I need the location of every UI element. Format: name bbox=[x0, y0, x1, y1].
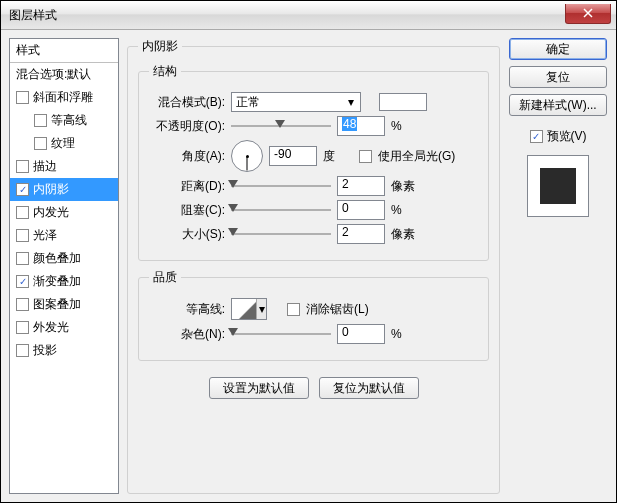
sidebar-item-label: 光泽 bbox=[33, 227, 57, 244]
sidebar-item-label: 内发光 bbox=[33, 204, 69, 221]
choke-label: 阻塞(C): bbox=[149, 202, 225, 219]
size-label: 大小(S): bbox=[149, 226, 225, 243]
choke-input[interactable]: 0 bbox=[337, 200, 385, 220]
style-checkbox[interactable] bbox=[16, 275, 29, 288]
sidebar-item-label: 外发光 bbox=[33, 319, 69, 336]
preview-box bbox=[527, 155, 589, 217]
reset-default-button[interactable]: 复位为默认值 bbox=[319, 377, 419, 399]
preview-checkbox[interactable] bbox=[530, 130, 543, 143]
global-light-label: 使用全局光(G) bbox=[378, 148, 455, 165]
preview-label: 预览(V) bbox=[547, 128, 587, 145]
style-checkbox[interactable] bbox=[16, 252, 29, 265]
opacity-slider[interactable] bbox=[231, 117, 331, 135]
opacity-label: 不透明度(O): bbox=[149, 118, 225, 135]
sidebar-item[interactable]: 纹理 bbox=[10, 132, 118, 155]
choke-slider[interactable] bbox=[231, 201, 331, 219]
sidebar-item[interactable]: 斜面和浮雕 bbox=[10, 86, 118, 109]
distance-input[interactable]: 2 bbox=[337, 176, 385, 196]
chevron-down-icon: ▾ bbox=[344, 95, 358, 109]
title-text: 图层样式 bbox=[9, 7, 565, 24]
sidebar-item-label: 斜面和浮雕 bbox=[33, 89, 93, 106]
noise-input[interactable]: 0 bbox=[337, 324, 385, 344]
style-checkbox[interactable] bbox=[16, 160, 29, 173]
sidebar-item-label: 渐变叠加 bbox=[33, 273, 81, 290]
distance-unit: 像素 bbox=[391, 178, 421, 195]
angle-wheel[interactable] bbox=[231, 140, 263, 172]
ok-button[interactable]: 确定 bbox=[509, 38, 607, 60]
styles-sidebar: 样式 混合选项:默认 斜面和浮雕等高线纹理描边内阴影内发光光泽颜色叠加渐变叠加图… bbox=[9, 38, 119, 494]
quality-legend: 品质 bbox=[149, 269, 181, 286]
layer-style-dialog: 图层样式 样式 混合选项:默认 斜面和浮雕等高线纹理描边内阴影内发光光泽颜色叠加… bbox=[0, 0, 617, 503]
opacity-input[interactable]: 48 bbox=[337, 116, 385, 136]
angle-unit: 度 bbox=[323, 148, 353, 165]
distance-slider[interactable] bbox=[231, 177, 331, 195]
cancel-button[interactable]: 复位 bbox=[509, 66, 607, 88]
angle-label: 角度(A): bbox=[149, 148, 225, 165]
sidebar-item[interactable]: 外发光 bbox=[10, 316, 118, 339]
noise-label: 杂色(N): bbox=[149, 326, 225, 343]
chevron-down-icon: ▾ bbox=[256, 299, 266, 319]
sidebar-item[interactable]: 内发光 bbox=[10, 201, 118, 224]
size-input[interactable]: 2 bbox=[337, 224, 385, 244]
close-icon bbox=[583, 8, 593, 18]
sidebar-item-label: 内阴影 bbox=[33, 181, 69, 198]
titlebar[interactable]: 图层样式 bbox=[1, 1, 616, 30]
style-checkbox[interactable] bbox=[34, 114, 47, 127]
opacity-unit: % bbox=[391, 119, 421, 133]
blend-mode-label: 混合模式(B): bbox=[149, 94, 225, 111]
blend-mode-combo[interactable]: 正常 ▾ bbox=[231, 92, 361, 112]
inner-shadow-group: 内阴影 结构 混合模式(B): 正常 ▾ 不透明度(O): bbox=[127, 38, 500, 494]
angle-input[interactable]: -90 bbox=[269, 146, 317, 166]
main-panel: 内阴影 结构 混合模式(B): 正常 ▾ 不透明度(O): bbox=[127, 38, 500, 494]
sidebar-item[interactable]: 颜色叠加 bbox=[10, 247, 118, 270]
set-default-button[interactable]: 设置为默认值 bbox=[209, 377, 309, 399]
global-light-checkbox[interactable] bbox=[359, 150, 372, 163]
style-checkbox[interactable] bbox=[16, 206, 29, 219]
style-checkbox[interactable] bbox=[16, 91, 29, 104]
style-checkbox[interactable] bbox=[34, 137, 47, 150]
style-checkbox[interactable] bbox=[16, 229, 29, 242]
structure-legend: 结构 bbox=[149, 63, 181, 80]
sidebar-item[interactable]: 渐变叠加 bbox=[10, 270, 118, 293]
panel-title: 内阴影 bbox=[138, 38, 182, 55]
sidebar-item-label: 投影 bbox=[33, 342, 57, 359]
contour-label: 等高线: bbox=[149, 301, 225, 318]
style-checkbox[interactable] bbox=[16, 344, 29, 357]
sidebar-item[interactable]: 投影 bbox=[10, 339, 118, 362]
antialias-checkbox[interactable] bbox=[287, 303, 300, 316]
choke-unit: % bbox=[391, 203, 421, 217]
size-unit: 像素 bbox=[391, 226, 421, 243]
sidebar-item[interactable]: 光泽 bbox=[10, 224, 118, 247]
style-checkbox[interactable] bbox=[16, 298, 29, 311]
antialias-label: 消除锯齿(L) bbox=[306, 301, 369, 318]
sidebar-header: 样式 bbox=[10, 39, 118, 63]
quality-group: 品质 等高线: ▾ 消除锯齿(L) 杂色(N): 0 bbox=[138, 269, 489, 361]
close-button[interactable] bbox=[565, 4, 611, 24]
noise-unit: % bbox=[391, 327, 421, 341]
color-swatch[interactable] bbox=[379, 93, 427, 111]
distance-label: 距离(D): bbox=[149, 178, 225, 195]
sidebar-item-label: 颜色叠加 bbox=[33, 250, 81, 267]
sidebar-item-label: 纹理 bbox=[51, 135, 75, 152]
sidebar-item-label: 图案叠加 bbox=[33, 296, 81, 313]
sidebar-item[interactable]: 等高线 bbox=[10, 109, 118, 132]
right-column: 确定 复位 新建样式(W)... 预览(V) bbox=[508, 38, 608, 494]
style-checkbox[interactable] bbox=[16, 321, 29, 334]
dialog-body: 样式 混合选项:默认 斜面和浮雕等高线纹理描边内阴影内发光光泽颜色叠加渐变叠加图… bbox=[1, 30, 616, 502]
contour-picker[interactable]: ▾ bbox=[231, 298, 267, 320]
sidebar-item[interactable]: 图案叠加 bbox=[10, 293, 118, 316]
new-style-button[interactable]: 新建样式(W)... bbox=[509, 94, 607, 116]
style-checkbox[interactable] bbox=[16, 183, 29, 196]
sidebar-item-label: 描边 bbox=[33, 158, 57, 175]
sidebar-item[interactable]: 内阴影 bbox=[10, 178, 118, 201]
structure-group: 结构 混合模式(B): 正常 ▾ 不透明度(O): 48 bbox=[138, 63, 489, 261]
sidebar-blend-options[interactable]: 混合选项:默认 bbox=[10, 63, 118, 86]
sidebar-item[interactable]: 描边 bbox=[10, 155, 118, 178]
noise-slider[interactable] bbox=[231, 325, 331, 343]
sidebar-item-label: 等高线 bbox=[51, 112, 87, 129]
size-slider[interactable] bbox=[231, 225, 331, 243]
preview-swatch bbox=[540, 168, 576, 204]
